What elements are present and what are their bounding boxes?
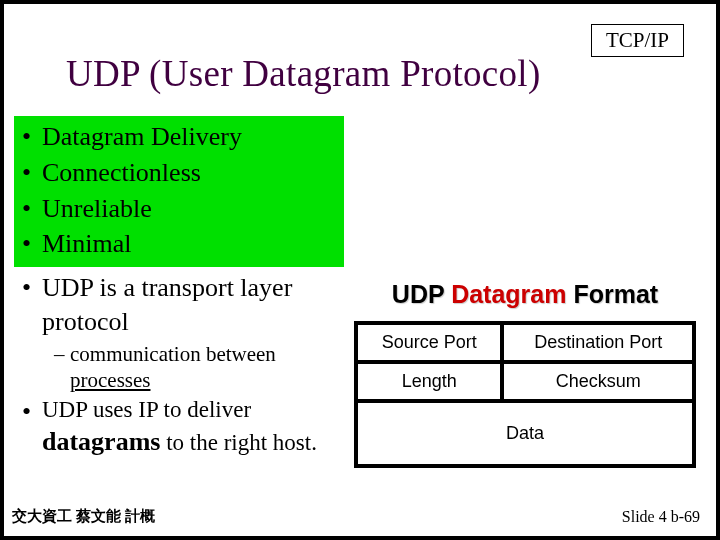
cell-destination-port: Destination Port xyxy=(502,323,694,362)
fmt-title-format: Format xyxy=(566,280,658,308)
left-column: • Datagram Delivery • Connectionless • U… xyxy=(14,116,344,461)
tcpip-label: TCP/IP xyxy=(606,28,669,52)
cell-length: Length xyxy=(356,362,502,401)
sub-bullet-item: – communication between processes xyxy=(14,341,344,394)
sub-bullet-text: communication between processes xyxy=(70,341,344,394)
cell-checksum: Checksum xyxy=(502,362,694,401)
fmt-title-datagram: Datagram xyxy=(451,280,566,308)
sub-text-underlined: processes xyxy=(70,368,150,392)
slide: TCP/IP UDP (User Datagram Protocol) • Da… xyxy=(4,4,716,536)
bullet-item: • UDP is a transport layer protocol xyxy=(14,271,344,341)
after-green-block: • UDP is a transport layer protocol – co… xyxy=(14,267,344,461)
bullet-item: • Unreliable xyxy=(14,192,344,228)
green-highlight-box: • Datagram Delivery • Connectionless • U… xyxy=(14,116,344,267)
dash-icon: – xyxy=(54,341,70,367)
bullet-text: Datagram Delivery xyxy=(42,120,242,154)
cell-source-port: Source Port xyxy=(356,323,502,362)
bullet-item: • UDP uses IP to deliver datagrams to th… xyxy=(14,393,344,461)
footer-left: 交大資工 蔡文能 計概 xyxy=(12,507,155,526)
datagram-format-title: UDP Datagram Format xyxy=(354,280,696,309)
bullet-dot-icon: • xyxy=(22,395,42,429)
right-column: UDP Datagram Format Source Port Destinat… xyxy=(354,280,696,468)
sub-text-prefix: communication between xyxy=(70,342,276,366)
text-bold: datagrams xyxy=(42,427,160,456)
bullet-item: • Datagram Delivery xyxy=(14,120,344,156)
bullet-text: UDP uses IP to deliver datagrams to the … xyxy=(42,395,344,459)
fmt-title-udp: UDP xyxy=(392,280,451,308)
bullet-dot-icon: • xyxy=(22,120,42,154)
text-suffix: to the right host. xyxy=(160,430,317,455)
table-row: Data xyxy=(356,401,694,466)
bullet-dot-icon: • xyxy=(22,156,42,190)
bullet-text: Unreliable xyxy=(42,192,152,226)
bullet-dot-icon: • xyxy=(22,192,42,226)
tcpip-tag: TCP/IP xyxy=(591,24,684,57)
text-prefix: UDP uses IP to deliver xyxy=(42,397,251,422)
bullet-dot-icon: • xyxy=(22,227,42,261)
bullet-text: Connectionless xyxy=(42,156,201,190)
bullet-item: • Minimal xyxy=(14,227,344,263)
bullet-text: UDP is a transport layer protocol xyxy=(42,271,344,339)
udp-datagram-table: Source Port Destination Port Length Chec… xyxy=(354,321,696,468)
table-row: Length Checksum xyxy=(356,362,694,401)
bullet-item: • Connectionless xyxy=(14,156,344,192)
cell-data: Data xyxy=(356,401,694,466)
bullet-text: Minimal xyxy=(42,227,132,261)
table-row: Source Port Destination Port xyxy=(356,323,694,362)
bullet-dot-icon: • xyxy=(22,271,42,305)
footer-right: Slide 4 b-69 xyxy=(622,508,700,526)
slide-title: UDP (User Datagram Protocol) xyxy=(66,52,541,95)
